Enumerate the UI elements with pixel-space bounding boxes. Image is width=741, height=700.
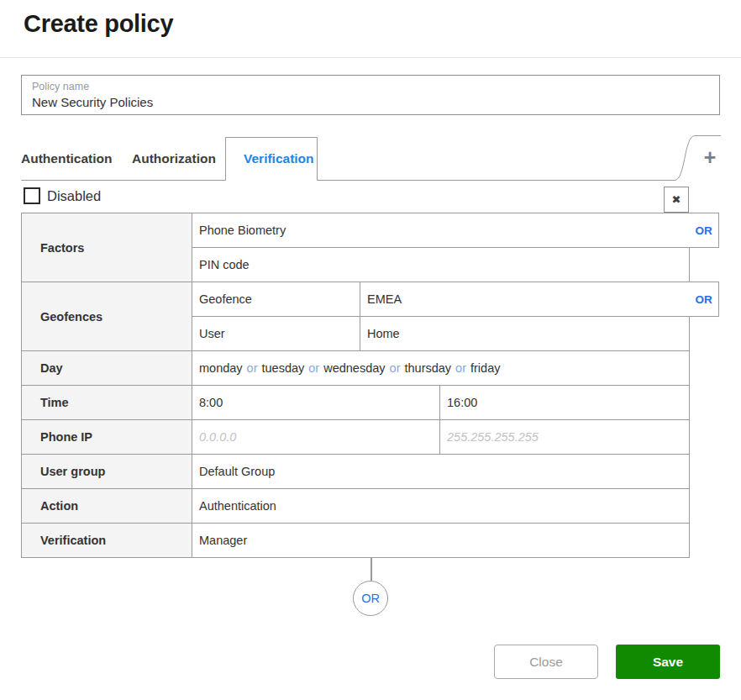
disabled-checkbox-label: Disabled	[47, 188, 101, 204]
day-thursday: thursday	[404, 361, 451, 375]
table-row: User group Default Group	[22, 455, 690, 489]
tab-verification[interactable]: Verification	[244, 151, 314, 166]
or-connector-line	[370, 558, 372, 581]
table-row: Time 8:00 16:00	[22, 386, 690, 420]
policy-name-field[interactable]: Policy name New Security Policies	[21, 75, 720, 115]
header-divider	[0, 57, 741, 58]
close-icon: ✖	[672, 193, 681, 206]
day-label: Day	[22, 351, 192, 386]
policy-name-value[interactable]: New Security Policies	[32, 95, 709, 109]
geofence-type-1[interactable]: Geofence	[192, 282, 360, 317]
action-label: Action	[22, 489, 192, 524]
tabbar-outline	[21, 133, 721, 182]
page-title: Create policy	[24, 10, 173, 38]
user-group-value[interactable]: Default Group	[192, 455, 690, 489]
phone-ip-to-placeholder: 255.255.255.255	[447, 430, 539, 444]
phone-ip-from-cell[interactable]: 0.0.0.0	[192, 420, 440, 455]
section-close-button[interactable]: ✖	[664, 187, 689, 213]
day-monday: monday	[199, 361, 243, 375]
time-to-cell[interactable]: 16:00	[440, 386, 690, 420]
policy-name-label: Policy name	[32, 81, 709, 92]
or-connector-circle[interactable]: OR	[353, 581, 388, 616]
policy-rules-table: Factors Phone Biometry PIN code Geofence…	[21, 213, 690, 558]
table-row: Verification Manager	[22, 524, 690, 558]
time-label: Time	[22, 386, 192, 420]
factors-or-connector[interactable]: OR	[689, 213, 719, 248]
action-value[interactable]: Authentication	[192, 489, 690, 524]
factors-value-2[interactable]: PIN code	[192, 248, 690, 282]
phone-ip-label: Phone IP	[22, 420, 192, 455]
geofences-label: Geofences	[22, 282, 192, 351]
factors-value-1[interactable]: Phone Biometry	[192, 213, 690, 248]
tab-authorization[interactable]: Authorization	[132, 151, 216, 166]
day-or-separator: or	[455, 361, 466, 375]
day-values-cell[interactable]: mondayortuesdayorwednesdayorthursdayorfr…	[192, 351, 690, 386]
geofences-or-connector[interactable]: OR	[689, 282, 719, 317]
geofence-value-1[interactable]: EMEA	[360, 282, 690, 317]
table-row: Geofences Geofence EMEA	[22, 282, 690, 317]
tab-authentication[interactable]: Authentication	[21, 151, 113, 166]
table-row: Action Authentication	[22, 489, 690, 524]
day-or-separator: or	[390, 361, 401, 375]
verification-label: Verification	[22, 524, 192, 558]
save-button[interactable]: Save	[616, 645, 720, 679]
day-or-separator: or	[308, 361, 319, 375]
user-group-label: User group	[22, 455, 192, 489]
day-friday: friday	[470, 361, 500, 375]
table-row: Phone IP 0.0.0.0 255.255.255.255	[22, 420, 690, 455]
table-row: Day mondayortuesdayorwednesdayorthursday…	[22, 351, 690, 386]
factors-label: Factors	[22, 213, 192, 282]
add-tab-button[interactable]: +	[699, 145, 721, 169]
disabled-checkbox[interactable]	[24, 187, 40, 204]
verification-value[interactable]: Manager	[192, 524, 690, 558]
day-or-separator: or	[247, 361, 258, 375]
geofence-value-2[interactable]: Home	[360, 317, 690, 351]
phone-ip-to-cell[interactable]: 255.255.255.255	[440, 420, 690, 455]
phone-ip-from-placeholder: 0.0.0.0	[199, 430, 236, 444]
geofence-type-2[interactable]: User	[192, 317, 360, 351]
table-row: Factors Phone Biometry	[22, 213, 690, 248]
day-wednesday: wednesday	[323, 361, 385, 375]
plus-icon: +	[704, 145, 717, 169]
day-tuesday: tuesday	[262, 361, 305, 375]
time-from-cell[interactable]: 8:00	[192, 386, 440, 420]
close-button[interactable]: Close	[494, 645, 598, 679]
